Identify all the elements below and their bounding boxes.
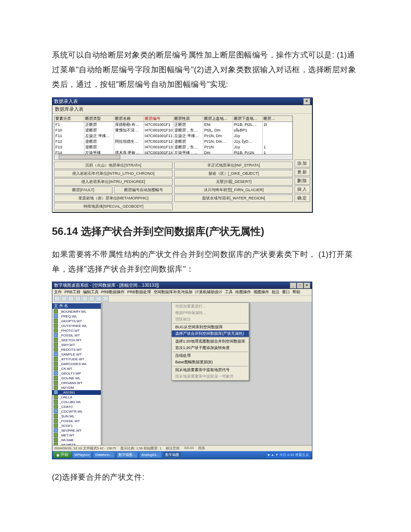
table-row[interactable]: F12逆断层阿拉坦德生…I47C001001F12逆断层Pz1N, Dm…J1y… [55,139,292,144]
tree-item[interactable]: _CDATC [52,404,101,409]
category-button[interactable]: 特殊地质体[SPECIAL_GEOBODY] [54,203,173,210]
tree-item[interactable]: _ATTITUDE.WT [52,357,101,362]
column-header[interactable]: 断层性质 [173,116,203,122]
tool-icon[interactable] [89,296,95,301]
category-button[interactable]: 非正式地层单位[INF_STRATA] [174,162,293,169]
tree-item[interactable]: __A52391 [52,390,101,395]
tree-item[interactable]: _OUTSTRIKE.WL [52,324,101,328]
category-button[interactable]: 断层[FAULT] [54,186,112,194]
map-canvas[interactable]: 对新加要素进行…根据PRB做属性…填区标注BUG从空间库到空间数据库选择产状合并… [103,302,312,445]
system-tray[interactable]: ■ ▲ ▼ 今日 0:39 凌晨五点 [266,452,311,458]
table-row[interactable]: F14左旋平移塔木库·更敏…I47C001001F14左旋平移，…DmPt1B,… [55,150,292,154]
dropdown-item[interactable]: 回从地质要素库中提取地层代号 [172,367,249,373]
dialog-titlebar[interactable]: 数据录入表 ✕ [52,98,312,105]
tree-item[interactable]: _SUN.WL [52,414,101,419]
taskbar-button[interactable]: MPlaybox [72,452,92,458]
tree-item[interactable]: _DARCODES.WL [52,362,101,366]
category-button[interactable]: 断层编号自动加图幅号 [114,186,173,194]
column-header[interactable]: 断层编号 [144,116,173,122]
table-row[interactable]: F1正断层库德勒勒·布…I47C001001F1正断层ENiPt1B, Pt2L… [55,122,292,128]
category-button[interactable]: 侵入岩岩石年代单位[INTRU_LITHO_CHRONO] [54,170,173,177]
tree-item[interactable]: _MET.WT [52,433,101,438]
column-header[interactable]: 断层名称 [114,116,144,122]
dropdown-item[interactable]: 首次1:20产状子图添加旋转角度 [172,345,249,351]
taskbar-button[interactable]: 数字填图… [116,452,138,458]
tree-item[interactable]: _LWLLA [52,395,101,400]
layer-tree[interactable]: 文 件 名 _BOUNDARY.WL_PREQ.WL_GEOPTS.WT_OUT… [52,302,101,445]
category-button[interactable]: 冰川与终年积雪[_FIRN_GLACIER] [174,186,293,194]
dropdown-item[interactable]: BUG从空间库到空间数据库 [172,324,249,330]
menu-item[interactable]: PRB工程 [64,289,80,295]
app-titlebar[interactable]: 数字填图桌面系统 - [空间数据库 - [图幅空间…130133]] _ □ ✕ [52,282,312,289]
menu-item[interactable]: 文件 [54,289,62,295]
tree-item[interactable]: _SEVPRE.WT [52,428,101,433]
tree-item[interactable]: _CK.WT [52,366,101,371]
tool-icon[interactable] [75,296,81,301]
category-button[interactable]: 侵入岩谱系单位[INTRU_PEDIGREE] [54,178,173,186]
tool-icon[interactable] [54,296,60,301]
taskbar-button[interactable]: Analog03… [139,452,162,458]
tree-item[interactable]: _GEOPTS.WT [52,319,101,324]
tree-item[interactable]: _PREQ.WL [52,314,101,319]
tool-icon[interactable] [82,296,88,301]
menu-item[interactable]: 批注 [272,289,279,295]
tree-item[interactable]: _PHOTO.WT [52,328,101,333]
action-button[interactable]: 确定 [295,194,310,202]
category-button[interactable]: 变质岩地（岩）层单位[METAMORPHIC] [54,195,173,202]
close-icon[interactable]: ✕ [303,98,310,105]
table-row[interactable]: F10逆断层黄预知不清…I47C001001F10逆断层，东…Pt2L, Dmγ… [55,128,292,133]
tool-icon[interactable] [68,296,74,301]
action-button[interactable]: 插入 [295,186,310,193]
context-dropdown[interactable]: 对新加要素进行…根据PRB做属性…填区标注BUG从空间库到空间数据库选择产状合并… [171,302,249,381]
tool-icon[interactable] [96,296,102,301]
tree-item[interactable]: _GEOLTY.WP [52,371,101,376]
table-row[interactable]: F11左旋正·平移…I47C001001F11左旋正·平移…Pz1N, DmJ1… [55,133,292,139]
tree-item[interactable]: _FOSSIL.WT [52,419,101,423]
category-button[interactable]: 面状水域与沼泽[_WATER_REGION] [174,195,293,202]
tool-icon[interactable] [61,296,67,301]
taskbar-button[interactable]: 数字填图 [163,452,181,458]
tree-item[interactable]: _SCGF1 [52,423,101,428]
maximize-icon[interactable]: □ [297,282,303,288]
tree-item[interactable]: _COLLBD.WL [52,400,101,404]
menu-item[interactable]: 编辑工具 [83,289,99,295]
taskbar-button[interactable]: Dataform… [93,452,115,458]
tool-icon[interactable] [103,296,109,301]
taskbar[interactable]: ◉ 开始 MPlayboxDataform…数字填图…Analog03…数字填图… [52,451,312,459]
tree-item[interactable]: _CDCWTR.WL [52,409,101,414]
tree-item[interactable]: _SAMPLE.WT [52,352,101,357]
column-header[interactable]: 断层… [263,116,292,122]
menu-item[interactable]: 窗口 [282,289,290,295]
dropdown-item[interactable]: 压缩处理 [172,353,249,359]
tree-item[interactable]: _SKETCH.WT [52,338,101,343]
tree-item[interactable]: _WLSAB [52,438,101,442]
category-button[interactable]: 戈壁沙漠[_DESERT] [174,178,293,186]
column-header[interactable]: 断层下盘地… [233,116,263,122]
tree-item[interactable]: _REDOTS.WT [52,347,101,352]
close-icon[interactable]: ✕ [304,282,310,288]
menu-item[interactable]: PRB数据操作 [101,289,125,295]
dropdown-item[interactable]: 选择1:20地理底图数据合并到空间数据库 [172,338,249,345]
menu-item[interactable]: 视图操作 [254,289,269,295]
menu-item[interactable]: 计算机辅助设计 [195,289,222,295]
menubar[interactable]: 文件PRB工程编辑工具PRB数据操作PRB数据处理空间数据库补充与添加计算机辅助… [52,289,312,296]
tree-item[interactable]: _MZYDM [52,385,101,390]
tree-item[interactable]: _ORGANS.WT [52,381,101,385]
menu-item[interactable]: 帮助 [292,289,300,295]
menu-item[interactable]: 工具 [225,289,233,295]
tree-item[interactable]: _WLMBTF [52,442,101,445]
fault-table[interactable]: 要素分类断层类型断层名称断层编号断层性质断层上盘地…断层下盘地…断层… F1正断… [54,115,293,154]
action-button[interactable]: 添加 [295,160,310,167]
menu-item[interactable]: 绘图操作 [235,289,251,295]
category-button[interactable]: 脉岩（区）[_DIKE_OBJECT] [174,170,293,177]
dropdown-item[interactable]: 选择产状合并到空间数据库(产状无属性) [172,330,249,337]
menu-item[interactable]: PRB数据处理 [127,289,151,295]
menu-item[interactable]: 空间数据库补充与添加 [154,289,193,295]
category-button[interactable]: 沉积（火山）地层单位[STRATA] [54,162,173,169]
tree-item[interactable]: _SWY.WT [52,343,101,347]
table-row[interactable]: F13逆断层I47C001001F13逆断层，东…Pz1NJ1y1 [55,144,292,150]
action-button[interactable]: 更新 [295,168,310,176]
start-button[interactable]: ◉ 开始 [54,452,71,458]
tree-item[interactable]: _BOUNDARY.WL [52,309,101,314]
minimize-icon[interactable]: _ [290,282,296,288]
